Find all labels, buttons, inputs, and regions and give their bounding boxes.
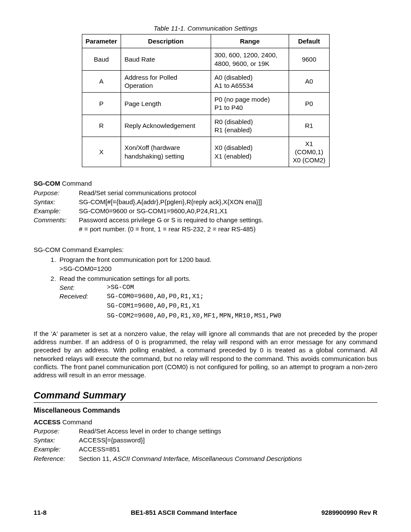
cell-default: A0 [289, 70, 329, 92]
received-label: Received: [59, 292, 107, 321]
example-value: SG-COM0=9600 or SG-COM1=9600,A0,P24,R1,X… [79, 207, 377, 215]
table-row: Baud Baud Rate 300, 600, 1200, 2400, 480… [82, 48, 329, 70]
access-reference-value: Section 11, ASCII Command Interface, Mis… [79, 454, 377, 463]
access-example-label: Example: [34, 445, 79, 453]
example-1-code: >SG-COM0=1200 [59, 264, 377, 273]
comments-value-2: # = port number. (0 = front, 1 = rear RS… [79, 225, 377, 233]
cell-range: X0 (disabled) X1 (enabled) [211, 137, 289, 167]
th-default: Default [289, 34, 329, 48]
syntax-value: SG-COM[#[={baud},A{addr},P{pglen},R{repl… [79, 198, 377, 206]
purpose-label: Purpose: [34, 189, 79, 197]
cell-param: R [82, 115, 121, 137]
cell-desc: Address for Polled Operation [121, 70, 211, 92]
th-range: Range [211, 34, 289, 48]
footer-left: 11-8 [34, 508, 47, 516]
sgcom-command-heading: SG-COM Command [34, 179, 377, 187]
page-footer: 11-8 BE1-851 ASCII Command Interface 928… [34, 508, 377, 516]
cell-range: 300, 600, 1200, 2400, 4800, 9600, or 19K [211, 48, 289, 70]
sent-label: Sent: [59, 283, 107, 292]
access-rest: Command [61, 418, 92, 426]
sent-value: >SG-COM [107, 283, 377, 292]
cell-range: A0 (disabled) A1 to A65534 [211, 70, 289, 92]
command-summary-heading: Command Summary [34, 389, 377, 403]
cell-range: P0 (no page mode) P1 to P40 [211, 93, 289, 115]
example-item-1: Program the front communication port for… [58, 255, 377, 273]
access-syntax-value: ACCESS[={password}] [79, 436, 377, 444]
cell-desc: Baud Rate [121, 48, 211, 70]
example-label: Example: [34, 207, 79, 215]
cell-default: X1 (COM0,1) X0 (COM2) [289, 137, 329, 167]
example-2-text: Read the communication settings for all … [59, 275, 190, 282]
comments-value-1: Password access privilege G or S is requ… [79, 216, 377, 224]
comments-label: Comments: [34, 216, 79, 224]
access-reference-pre: Section 11, [79, 455, 113, 462]
th-description: Description [121, 34, 211, 48]
access-syntax-label: Syntax: [34, 436, 79, 444]
received-line-3: SG-COM2=9600,A0,P0,R1,X0,MF1,MPN,MR10,MS… [107, 311, 377, 321]
th-parameter: Parameter [82, 34, 121, 48]
polling-paragraph: If the 'A' parameter is set at a nonzero… [34, 330, 377, 379]
cell-param: A [82, 70, 121, 92]
communication-settings-table: Parameter Description Range Default Baud… [82, 34, 330, 167]
sgcom-rest: Command [60, 180, 92, 187]
sgcom-definitions: Purpose: Read/Set serial communications … [34, 189, 377, 233]
purpose-value: Read/Set serial communications protocol [79, 189, 377, 197]
access-example-value: ACCESS=851 [79, 445, 377, 453]
access-bold: ACCESS [34, 418, 61, 426]
cell-desc: Xon/Xoff (hardware handshaking) setting [121, 137, 211, 167]
access-reference-italic: ASCII Command Interface, Miscellaneous C… [113, 455, 302, 462]
comments-label-blank [34, 225, 79, 233]
cell-default: 9600 [289, 48, 329, 70]
cell-desc: Reply Acknowledgement [121, 115, 211, 137]
cell-param: X [82, 137, 121, 167]
cell-default: R1 [289, 115, 329, 137]
footer-right: 9289900990 Rev R [321, 508, 377, 516]
examples-intro: SG-COM Command Examples: [34, 246, 377, 254]
access-purpose-label: Purpose: [34, 427, 79, 435]
table-header-row: Parameter Description Range Default [82, 34, 329, 48]
access-purpose-value: Read/Set Access level in order to change… [79, 427, 377, 435]
table-row: A Address for Polled Operation A0 (disab… [82, 70, 329, 92]
table-row: X Xon/Xoff (hardware handshaking) settin… [82, 137, 329, 167]
access-command-heading: ACCESS Command [34, 418, 377, 426]
example-1-text: Program the front communication port for… [59, 256, 212, 263]
cell-param: Baud [82, 48, 121, 70]
sgcom-bold: SG-COM [34, 180, 60, 187]
example-item-2: Read the communication settings for all … [58, 274, 377, 321]
cell-param: P [82, 93, 121, 115]
table-row: R Reply Acknowledgement R0 (disabled) R1… [82, 115, 329, 137]
table-row: P Page Length P0 (no page mode) P1 to P4… [82, 93, 329, 115]
footer-center: BE1-851 ASCII Command Interface [131, 508, 237, 516]
received-line-1: SG-COM0=9600,A0,P0,R1,X1; [107, 292, 377, 302]
syntax-label: Syntax: [34, 198, 79, 206]
table-caption: Table 11-1. Communication Settings [34, 24, 377, 32]
cell-range: R0 (disabled) R1 (enabled) [211, 115, 289, 137]
access-definitions: Purpose: Read/Set Access level in order … [34, 427, 377, 463]
cell-desc: Page Length [121, 93, 211, 115]
received-values: SG-COM0=9600,A0,P0,R1,X1; SG-COM1=9600,A… [107, 292, 377, 321]
received-line-2: SG-COM1=9600,A0,P0,R1,X1 [107, 302, 377, 311]
examples-list: Program the front communication port for… [34, 255, 377, 321]
misc-commands-heading: Miscellaneous Commands [34, 406, 377, 415]
access-reference-label: Reference: [34, 454, 79, 463]
cell-default: P0 [289, 93, 329, 115]
document-page: Table 11-1. Communication Settings Param… [0, 0, 411, 532]
